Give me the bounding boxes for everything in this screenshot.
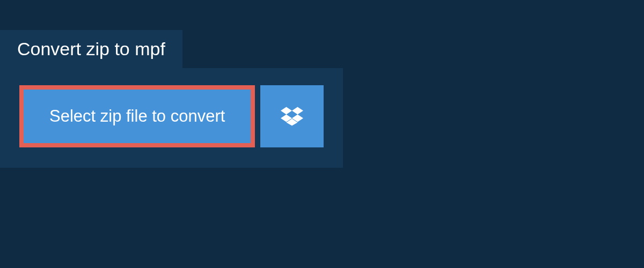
converter-panel: Select zip file to convert: [0, 68, 343, 168]
tab-title: Convert zip to mpf: [17, 39, 165, 59]
dropbox-icon: [281, 105, 303, 128]
tab-convert[interactable]: Convert zip to mpf: [0, 30, 182, 68]
select-file-button[interactable]: Select zip file to convert: [19, 85, 255, 147]
tab-bar: Convert zip to mpf: [0, 30, 644, 68]
button-row: Select zip file to convert: [19, 85, 324, 147]
dropbox-button[interactable]: [260, 85, 324, 147]
select-file-label: Select zip file to convert: [49, 107, 225, 126]
